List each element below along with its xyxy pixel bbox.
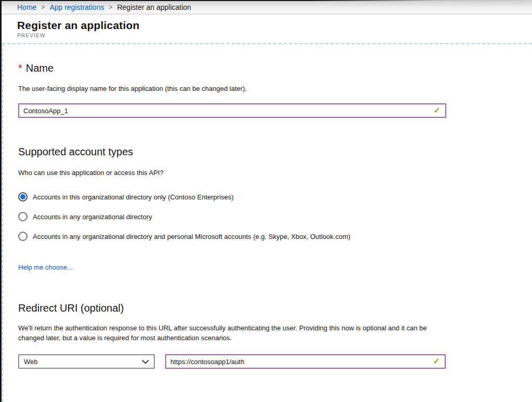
breadcrumb: Home > App registrations > Register an a… — [2, 1, 532, 15]
valid-check-icon: ✓ — [433, 357, 445, 366]
radio-button-icon — [18, 192, 28, 202]
left-edge-bar — [0, 0, 2, 402]
radio-button-icon — [18, 232, 28, 241]
name-section-title: *Name — [18, 61, 532, 75]
top-edge-line — [0, 0, 532, 1]
redirect-type-selected-value: Web — [24, 358, 38, 366]
breadcrumb-app-registrations-link[interactable]: App registrations — [49, 3, 104, 11]
valid-check-icon: ✓ — [434, 106, 445, 115]
redirect-uri-section: Redirect URI (optional) We'll return the… — [18, 301, 532, 369]
radio-option-label: Accounts in any organizational directory… — [33, 233, 350, 240]
radio-option-label: Accounts in this organizational director… — [33, 193, 234, 201]
breadcrumb-home-link[interactable]: Home — [17, 3, 36, 11]
redirect-uri-controls: Web ✓ — [18, 354, 532, 369]
page-title: Register an application — [17, 19, 532, 32]
radio-button-icon — [18, 212, 28, 221]
name-section-title-text: Name — [26, 62, 54, 74]
preview-badge: PREVIEW — [17, 33, 532, 38]
radio-option-any-org-and-personal[interactable]: Accounts in any organizational directory… — [18, 232, 532, 241]
account-types-section: Supported account types Who can use this… — [18, 145, 532, 272]
register-application-blade: *Name The user-facing display name for t… — [2, 43, 532, 402]
account-types-title: Supported account types — [18, 145, 532, 158]
radio-option-org-directory-only[interactable]: Accounts in this organizational director… — [18, 192, 532, 202]
name-section: *Name The user-facing display name for t… — [18, 61, 532, 118]
account-types-radio-group: Accounts in this organizational director… — [18, 192, 532, 241]
redirect-uri-input-container: ✓ — [165, 354, 446, 369]
help-me-choose-link[interactable]: Help me choose... — [18, 263, 73, 271]
app-name-input-container: ✓ — [18, 103, 446, 118]
app-name-input[interactable] — [19, 107, 434, 115]
redirect-type-select[interactable]: Web — [18, 354, 155, 369]
account-types-question: Who can use this application or access t… — [18, 168, 532, 178]
redirect-uri-title: Redirect URI (optional) — [18, 301, 532, 315]
redirect-uri-input[interactable] — [166, 358, 433, 366]
radio-selected-dot — [20, 194, 25, 199]
breadcrumb-separator-icon: > — [109, 4, 112, 11]
chevron-down-icon — [142, 359, 149, 364]
name-section-description: The user-facing display name for this ap… — [18, 84, 532, 93]
radio-option-label: Accounts in any organizational directory — [33, 213, 152, 221]
breadcrumb-current-page: Register an application — [117, 3, 191, 11]
radio-option-any-org-directory[interactable]: Accounts in any organizational directory — [18, 212, 532, 221]
page-header: Register an application PREVIEW — [2, 16, 532, 43]
breadcrumb-separator-icon: > — [41, 4, 45, 11]
redirect-uri-description: We'll return the authentication response… — [18, 323, 437, 343]
required-asterisk: * — [18, 62, 22, 74]
